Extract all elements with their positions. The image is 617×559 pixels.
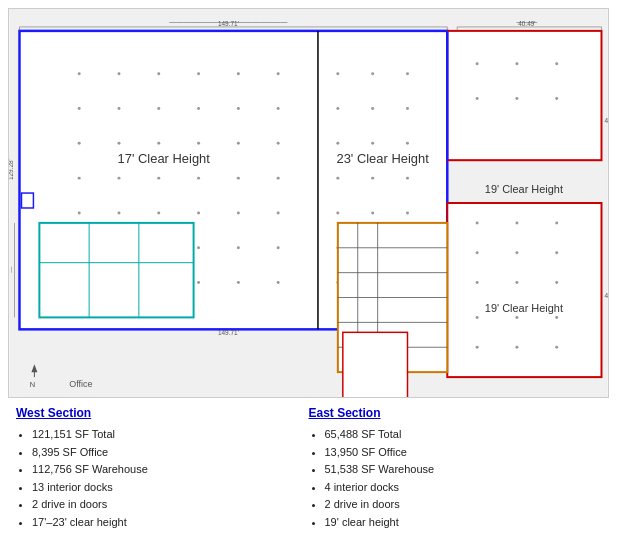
list-item: 8,395 SF Office <box>32 444 309 462</box>
svg-point-31 <box>237 177 240 180</box>
svg-point-32 <box>277 177 280 180</box>
east-section-title: East Section <box>309 406 602 420</box>
svg-point-93 <box>515 97 518 100</box>
svg-text:19' Clear Height: 19' Clear Height <box>485 183 563 195</box>
svg-text:40.49': 40.49' <box>604 292 608 299</box>
svg-point-101 <box>476 281 479 284</box>
svg-point-50 <box>277 281 280 284</box>
svg-point-52 <box>371 72 374 75</box>
list-item: 2 drive in doors <box>32 496 309 514</box>
svg-text:149.71': 149.71' <box>218 329 239 336</box>
svg-point-48 <box>197 281 200 284</box>
svg-point-104 <box>476 316 479 319</box>
svg-point-33 <box>78 211 81 214</box>
svg-text:44.49': 44.49' <box>604 117 608 124</box>
west-section-list: 121,151 SF Total8,395 SF Office112,756 S… <box>16 426 309 532</box>
svg-point-19 <box>237 107 240 110</box>
list-item: 51,538 SF Warehouse <box>325 461 602 479</box>
floorplan: ————————————————— ——— 17' Clear Height 2… <box>8 8 609 398</box>
list-item: 13 interior docks <box>32 479 309 497</box>
svg-text:Office: Office <box>69 379 92 389</box>
west-section-info: West Section 121,151 SF Total8,395 SF Of… <box>16 406 309 532</box>
svg-point-61 <box>371 177 374 180</box>
info-section: West Section 121,151 SF Total8,395 SF Of… <box>8 406 609 532</box>
svg-point-42 <box>197 246 200 249</box>
svg-point-12 <box>197 72 200 75</box>
svg-point-25 <box>237 142 240 145</box>
svg-point-29 <box>157 177 160 180</box>
svg-point-91 <box>555 62 558 65</box>
svg-point-64 <box>371 211 374 214</box>
svg-point-35 <box>157 211 160 214</box>
svg-point-9 <box>78 72 81 75</box>
svg-point-27 <box>78 177 81 180</box>
svg-rect-84 <box>447 31 601 160</box>
svg-point-17 <box>157 107 160 110</box>
svg-rect-85 <box>447 203 601 377</box>
svg-point-92 <box>476 97 479 100</box>
svg-point-21 <box>78 142 81 145</box>
svg-point-54 <box>336 107 339 110</box>
svg-point-15 <box>78 107 81 110</box>
svg-point-109 <box>555 346 558 349</box>
svg-point-23 <box>157 142 160 145</box>
svg-point-90 <box>515 62 518 65</box>
svg-point-56 <box>406 107 409 110</box>
list-item: 2 drive in doors <box>325 496 602 514</box>
svg-point-20 <box>277 107 280 110</box>
svg-rect-118 <box>343 332 408 397</box>
svg-text:19' Clear Height: 19' Clear Height <box>485 302 563 314</box>
svg-point-14 <box>277 72 280 75</box>
east-section-list: 65,488 SF Total13,950 SF Office51,538 SF… <box>309 426 602 532</box>
svg-point-108 <box>515 346 518 349</box>
svg-point-16 <box>117 107 120 110</box>
svg-point-94 <box>555 97 558 100</box>
svg-text:—: — <box>9 267 14 273</box>
svg-point-24 <box>197 142 200 145</box>
svg-point-100 <box>555 251 558 254</box>
svg-rect-77 <box>39 223 193 318</box>
svg-point-28 <box>117 177 120 180</box>
list-item: 65,488 SF Total <box>325 426 602 444</box>
svg-point-62 <box>406 177 409 180</box>
svg-point-38 <box>277 211 280 214</box>
list-item: 4 interior docks <box>325 479 602 497</box>
svg-point-49 <box>237 281 240 284</box>
svg-point-97 <box>555 221 558 224</box>
svg-text:23' Clear Height: 23' Clear Height <box>336 151 429 166</box>
svg-point-13 <box>237 72 240 75</box>
svg-point-105 <box>515 316 518 319</box>
svg-point-22 <box>117 142 120 145</box>
svg-point-106 <box>555 316 558 319</box>
svg-point-96 <box>515 221 518 224</box>
list-item: 19' clear height <box>325 514 602 532</box>
list-item: 13,950 SF Office <box>325 444 602 462</box>
svg-point-57 <box>336 142 339 145</box>
svg-point-95 <box>476 221 479 224</box>
svg-point-37 <box>237 211 240 214</box>
page-container: ————————————————— ——— 17' Clear Height 2… <box>0 0 617 559</box>
svg-point-30 <box>197 177 200 180</box>
svg-point-59 <box>406 142 409 145</box>
list-item: 17'–23' clear height <box>32 514 309 532</box>
east-section-info: East Section 65,488 SF Total13,950 SF Of… <box>309 406 602 532</box>
svg-point-18 <box>197 107 200 110</box>
west-section-title: West Section <box>16 406 309 420</box>
svg-text:17' Clear Height: 17' Clear Height <box>118 151 211 166</box>
svg-point-99 <box>515 251 518 254</box>
svg-point-107 <box>476 346 479 349</box>
svg-point-60 <box>336 177 339 180</box>
svg-point-103 <box>555 281 558 284</box>
svg-point-26 <box>277 142 280 145</box>
svg-text:40.49': 40.49' <box>518 20 535 27</box>
svg-text:N: N <box>29 380 35 389</box>
svg-point-51 <box>336 72 339 75</box>
svg-point-36 <box>197 211 200 214</box>
list-item: 121,151 SF Total <box>32 426 309 444</box>
svg-point-58 <box>371 142 374 145</box>
svg-point-11 <box>157 72 160 75</box>
svg-point-65 <box>406 211 409 214</box>
svg-point-43 <box>237 246 240 249</box>
svg-text:129.28': 129.28' <box>9 159 14 180</box>
svg-point-34 <box>117 211 120 214</box>
